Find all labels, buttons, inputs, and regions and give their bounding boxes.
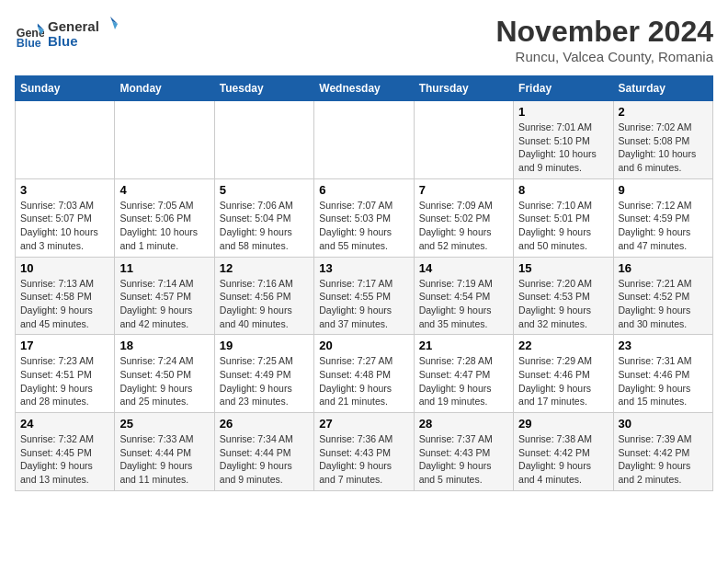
calendar-cell bbox=[414, 101, 513, 179]
day-number: 8 bbox=[518, 183, 608, 197]
calendar-cell: 2Sunrise: 7:02 AM Sunset: 5:08 PM Daylig… bbox=[613, 101, 712, 179]
day-number: 1 bbox=[518, 105, 608, 119]
calendar-cell: 4Sunrise: 7:05 AM Sunset: 5:06 PM Daylig… bbox=[115, 178, 214, 257]
calendar-cell: 9Sunrise: 7:12 AM Sunset: 4:59 PM Daylig… bbox=[613, 178, 712, 257]
day-number: 9 bbox=[619, 183, 708, 197]
day-info: Sunrise: 7:13 AM Sunset: 4:58 PM Dayligh… bbox=[20, 277, 109, 331]
calendar-week-row: 1Sunrise: 7:01 AM Sunset: 5:10 PM Daylig… bbox=[16, 101, 713, 179]
day-number: 26 bbox=[220, 417, 309, 431]
day-number: 21 bbox=[419, 339, 508, 352]
month-title: November 2024 bbox=[495, 15, 713, 49]
title-area: November 2024 Runcu, Valcea County, Roma… bbox=[495, 15, 713, 64]
day-number: 25 bbox=[119, 417, 209, 431]
day-info: Sunrise: 7:07 AM Sunset: 5:03 PM Dayligh… bbox=[319, 199, 408, 253]
day-number: 28 bbox=[419, 417, 508, 431]
day-number: 14 bbox=[419, 261, 508, 275]
day-info: Sunrise: 7:34 AM Sunset: 4:44 PM Dayligh… bbox=[220, 432, 309, 487]
weekday-header-saturday: Saturday bbox=[613, 76, 712, 101]
day-info: Sunrise: 7:17 AM Sunset: 4:55 PM Dayligh… bbox=[319, 277, 408, 331]
calendar-week-row: 24Sunrise: 7:32 AM Sunset: 4:45 PM Dayli… bbox=[16, 413, 713, 491]
calendar-cell: 18Sunrise: 7:24 AM Sunset: 4:50 PM Dayli… bbox=[115, 335, 214, 413]
logo: General Blue General Blue bbox=[15, 15, 121, 55]
calendar-cell: 11Sunrise: 7:14 AM Sunset: 4:57 PM Dayli… bbox=[115, 257, 214, 335]
day-info: Sunrise: 7:24 AM Sunset: 4:50 PM Dayligh… bbox=[119, 354, 209, 408]
calendar-cell: 24Sunrise: 7:32 AM Sunset: 4:45 PM Dayli… bbox=[16, 413, 115, 491]
day-number: 11 bbox=[119, 261, 209, 275]
weekday-header-row: SundayMondayTuesdayWednesdayThursdayFrid… bbox=[16, 76, 713, 101]
day-number: 13 bbox=[319, 261, 408, 275]
day-info: Sunrise: 7:37 AM Sunset: 4:43 PM Dayligh… bbox=[419, 432, 508, 487]
day-number: 16 bbox=[619, 261, 708, 275]
day-number: 27 bbox=[319, 417, 408, 431]
calendar-cell: 14Sunrise: 7:19 AM Sunset: 4:54 PM Dayli… bbox=[414, 257, 513, 335]
calendar-cell: 15Sunrise: 7:20 AM Sunset: 4:53 PM Dayli… bbox=[514, 257, 613, 335]
calendar-cell: 30Sunrise: 7:39 AM Sunset: 4:42 PM Dayli… bbox=[613, 413, 712, 491]
day-info: Sunrise: 7:29 AM Sunset: 4:46 PM Dayligh… bbox=[518, 354, 608, 408]
header: General Blue General Blue November 2024 … bbox=[15, 15, 713, 64]
calendar-cell: 20Sunrise: 7:27 AM Sunset: 4:48 PM Dayli… bbox=[314, 335, 414, 413]
day-number: 6 bbox=[319, 183, 408, 197]
day-info: Sunrise: 7:19 AM Sunset: 4:54 PM Dayligh… bbox=[419, 277, 508, 331]
day-info: Sunrise: 7:16 AM Sunset: 4:56 PM Dayligh… bbox=[220, 277, 309, 331]
calendar-cell: 28Sunrise: 7:37 AM Sunset: 4:43 PM Dayli… bbox=[414, 413, 513, 491]
day-info: Sunrise: 7:23 AM Sunset: 4:51 PM Dayligh… bbox=[20, 354, 109, 408]
calendar-body: 1Sunrise: 7:01 AM Sunset: 5:10 PM Daylig… bbox=[16, 101, 713, 491]
day-number: 12 bbox=[220, 261, 309, 275]
weekday-header-sunday: Sunday bbox=[16, 76, 115, 101]
day-info: Sunrise: 7:21 AM Sunset: 4:52 PM Dayligh… bbox=[619, 277, 708, 331]
day-info: Sunrise: 7:10 AM Sunset: 5:01 PM Dayligh… bbox=[518, 199, 608, 253]
day-info: Sunrise: 7:05 AM Sunset: 5:06 PM Dayligh… bbox=[119, 199, 209, 253]
day-info: Sunrise: 7:39 AM Sunset: 4:42 PM Dayligh… bbox=[619, 432, 708, 487]
day-number: 23 bbox=[619, 339, 708, 352]
calendar-cell: 8Sunrise: 7:10 AM Sunset: 5:01 PM Daylig… bbox=[514, 178, 613, 257]
calendar-cell bbox=[16, 101, 115, 179]
day-number: 19 bbox=[220, 339, 309, 352]
day-info: Sunrise: 7:33 AM Sunset: 4:44 PM Dayligh… bbox=[119, 432, 209, 487]
calendar-week-row: 3Sunrise: 7:03 AM Sunset: 5:07 PM Daylig… bbox=[16, 178, 713, 257]
calendar-cell: 22Sunrise: 7:29 AM Sunset: 4:46 PM Dayli… bbox=[514, 335, 613, 413]
day-info: Sunrise: 7:14 AM Sunset: 4:57 PM Dayligh… bbox=[119, 277, 209, 331]
weekday-header-monday: Monday bbox=[115, 76, 214, 101]
day-info: Sunrise: 7:28 AM Sunset: 4:47 PM Dayligh… bbox=[419, 354, 508, 408]
calendar-week-row: 17Sunrise: 7:23 AM Sunset: 4:51 PM Dayli… bbox=[16, 335, 713, 413]
location-subtitle: Runcu, Valcea County, Romania bbox=[495, 49, 713, 64]
day-number: 10 bbox=[20, 261, 109, 275]
weekday-header-friday: Friday bbox=[514, 76, 613, 101]
day-number: 15 bbox=[518, 261, 608, 275]
calendar-table: SundayMondayTuesdayWednesdayThursdayFrid… bbox=[15, 75, 713, 491]
calendar-cell: 23Sunrise: 7:31 AM Sunset: 4:46 PM Dayli… bbox=[613, 335, 712, 413]
day-info: Sunrise: 7:36 AM Sunset: 4:43 PM Dayligh… bbox=[319, 432, 408, 487]
calendar-cell: 29Sunrise: 7:38 AM Sunset: 4:42 PM Dayli… bbox=[514, 413, 613, 491]
day-info: Sunrise: 7:25 AM Sunset: 4:49 PM Dayligh… bbox=[220, 354, 309, 408]
calendar-cell: 5Sunrise: 7:06 AM Sunset: 5:04 PM Daylig… bbox=[214, 178, 313, 257]
day-info: Sunrise: 7:32 AM Sunset: 4:45 PM Dayligh… bbox=[20, 432, 109, 487]
logo-icon: General Blue bbox=[15, 20, 44, 50]
svg-text:Blue: Blue bbox=[17, 37, 41, 50]
day-number: 4 bbox=[119, 183, 209, 197]
calendar-cell: 12Sunrise: 7:16 AM Sunset: 4:56 PM Dayli… bbox=[214, 257, 313, 335]
calendar-cell: 26Sunrise: 7:34 AM Sunset: 4:44 PM Dayli… bbox=[214, 413, 313, 491]
day-number: 5 bbox=[220, 183, 309, 197]
day-info: Sunrise: 7:20 AM Sunset: 4:53 PM Dayligh… bbox=[518, 277, 608, 331]
day-info: Sunrise: 7:27 AM Sunset: 4:48 PM Dayligh… bbox=[319, 354, 408, 408]
day-number: 22 bbox=[518, 339, 608, 352]
calendar-cell bbox=[214, 101, 313, 179]
day-info: Sunrise: 7:09 AM Sunset: 5:02 PM Dayligh… bbox=[419, 199, 508, 253]
calendar-cell bbox=[314, 101, 414, 179]
day-number: 2 bbox=[619, 105, 708, 119]
day-number: 7 bbox=[419, 183, 508, 197]
calendar-cell: 17Sunrise: 7:23 AM Sunset: 4:51 PM Dayli… bbox=[16, 335, 115, 413]
day-info: Sunrise: 7:06 AM Sunset: 5:04 PM Dayligh… bbox=[220, 199, 309, 253]
day-number: 20 bbox=[319, 339, 408, 352]
calendar-cell: 27Sunrise: 7:36 AM Sunset: 4:43 PM Dayli… bbox=[314, 413, 414, 491]
day-info: Sunrise: 7:01 AM Sunset: 5:10 PM Dayligh… bbox=[518, 121, 608, 175]
logo-svg: General Blue bbox=[48, 15, 121, 52]
day-info: Sunrise: 7:12 AM Sunset: 4:59 PM Dayligh… bbox=[619, 199, 708, 253]
day-number: 18 bbox=[119, 339, 209, 352]
calendar-cell: 13Sunrise: 7:17 AM Sunset: 4:55 PM Dayli… bbox=[314, 257, 414, 335]
weekday-header-thursday: Thursday bbox=[414, 76, 513, 101]
day-number: 24 bbox=[20, 417, 109, 431]
weekday-header-wednesday: Wednesday bbox=[314, 76, 414, 101]
calendar-cell: 7Sunrise: 7:09 AM Sunset: 5:02 PM Daylig… bbox=[414, 178, 513, 257]
calendar-cell: 16Sunrise: 7:21 AM Sunset: 4:52 PM Dayli… bbox=[613, 257, 712, 335]
